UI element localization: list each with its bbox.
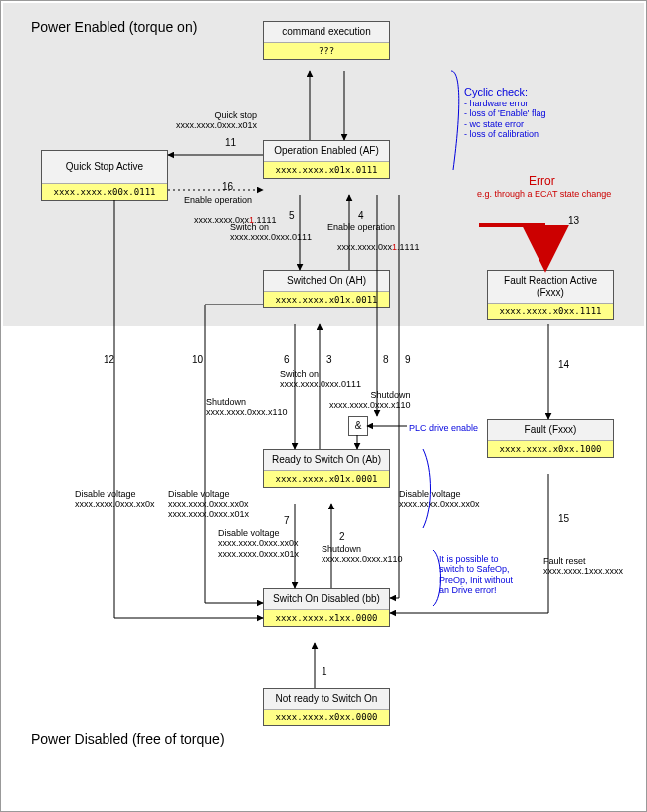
power-disabled-title: Power Disabled (free of torque): [31, 731, 225, 749]
state-ready-to-switch-on: Ready to Switch On (Ab) xxxx.xxxx.x01x.0…: [263, 449, 390, 488]
edge-label-enable-op-4: Enable operation: [327, 222, 395, 232]
state-title: Switch On Disabled (bb): [264, 589, 389, 609]
edge-label-switch-on-5: Switch on xxxx.xxxx.0xxx.0111: [230, 222, 312, 243]
edge-num-2: 2: [339, 531, 345, 542]
edge-num-5: 5: [289, 210, 295, 221]
power-enabled-title: Power Enabled (torque on): [31, 19, 197, 37]
switch-safeop-note: It is possible to switch to SafeOp, PreO…: [439, 554, 513, 595]
edge-num-12: 12: [104, 354, 114, 365]
state-title: Fault Reaction Active (Fxxx): [488, 271, 613, 303]
state-command-execution: command execution ???: [263, 21, 390, 60]
cyclic-check-body: - hardware error - loss of 'Enable' flag…: [464, 99, 545, 139]
state-title: Fault (Fxxx): [488, 420, 613, 440]
plc-drive-enable-label: PLC drive enable: [409, 423, 478, 433]
edge-num-7: 7: [284, 515, 290, 526]
edge-label-disable-voltage-9: Disable voltage xxxx.xxxx.0xxx.xx0x: [399, 489, 480, 509]
state-code: xxxx.xxxx.x0xx.0000: [264, 709, 389, 725]
state-quick-stop-active: Quick Stop Active xxxx.xxxx.x00x.0111: [41, 150, 168, 201]
state-code: ???: [264, 42, 389, 59]
state-switched-on: Switched On (AH) xxxx.xxxx.x01x.0011: [263, 270, 390, 308]
edge-num-4: 4: [358, 210, 364, 221]
edge-label-enable-op-4-code: xxxx.xxxx.0xx1.1111: [327, 232, 420, 263]
state-title: Quick Stop Active: [42, 151, 167, 183]
state-code: xxxx.xxxx.x01x.0111: [264, 161, 389, 178]
state-code: xxxx.xxxx.x01x.0011: [264, 291, 389, 307]
state-not-ready: Not ready to Switch On xxxx.xxxx.x0xx.00…: [263, 688, 390, 726]
state-switch-on-disabled: Switch On Disabled (bb) xxxx.xxxx.x1xx.0…: [263, 588, 390, 627]
edge-label-disable-voltage-12: Disable voltage xxxx.xxxx.0xxx.xx0x: [75, 489, 155, 509]
state-title: Not ready to Switch On: [264, 689, 389, 709]
state-title: command execution: [264, 22, 389, 42]
edge-num-1: 1: [322, 666, 327, 677]
state-code: xxxx.xxxx.x0xx.1000: [488, 440, 613, 457]
edge-num-11: 11: [225, 137, 236, 148]
edge-label-shutdown-2: Shutdown xxxx.xxxx.0xxx.x110: [322, 544, 403, 565]
edge-num-6: 6: [284, 354, 290, 365]
state-code: xxxx.xxxx.x01x.0001: [264, 470, 389, 487]
edge-label-disable-voltage-7: Disable voltage xxxx.xxxx.0xxx.xx0x xxxx…: [218, 528, 299, 559]
edge-num-16: 16: [222, 181, 233, 192]
cyclic-check-title: Cyclic check:: [464, 86, 528, 99]
edge-label-shutdown-6: Shutdown xxxx.xxxx.0xxx.x110: [206, 397, 288, 418]
diagram-frame: Power Enabled (torque on) Power Disabled…: [0, 0, 647, 812]
state-operation-enabled: Operation Enabled (AF) xxxx.xxxx.x01x.01…: [263, 140, 390, 179]
edge-label-switch-on-3: Switch on xxxx.xxxx.0xxx.0111: [280, 369, 361, 390]
state-code: xxxx.xxxx.x00x.0111: [42, 183, 167, 200]
state-title: Operation Enabled (AF): [264, 141, 389, 161]
edge-num-3: 3: [326, 354, 332, 365]
edge-num-13: 13: [568, 215, 579, 226]
edge-label-shutdown-8: Shutdown xxxx.xxxx.0xxx.x110: [329, 390, 411, 411]
edge-num-10: 10: [192, 354, 203, 365]
error-body: e.g. through a ECAT state change: [477, 189, 611, 199]
edge-num-15: 15: [558, 513, 569, 524]
edge-label-disable-voltage-10: Disable voltage xxxx.xxxx.0xxx.xx0x xxxx…: [168, 489, 249, 519]
error-title: Error: [529, 175, 555, 189]
edge-num-9: 9: [405, 354, 411, 365]
state-code: xxxx.xxxx.x0xx.1111: [488, 303, 613, 319]
state-title: Switched On (AH): [264, 271, 389, 291]
state-fault-reaction-active: Fault Reaction Active (Fxxx) xxxx.xxxx.x…: [487, 270, 614, 320]
and-gate: &: [348, 416, 368, 436]
edge-label-quick-stop: Quick stop xxxx.xxxx.0xxx.x01x: [176, 110, 257, 131]
state-code: xxxx.xxxx.x1xx.0000: [264, 609, 389, 626]
edge-label-fault-reset: Fault reset xxxx.xxxx.1xxx.xxxx: [543, 556, 623, 577]
edge-label-enable-op-16: Enable operation: [184, 195, 252, 205]
state-fault: Fault (Fxxx) xxxx.xxxx.x0xx.1000: [487, 419, 614, 458]
state-title: Ready to Switch On (Ab): [264, 450, 389, 470]
edge-num-14: 14: [558, 359, 569, 370]
edge-num-8: 8: [383, 354, 389, 365]
